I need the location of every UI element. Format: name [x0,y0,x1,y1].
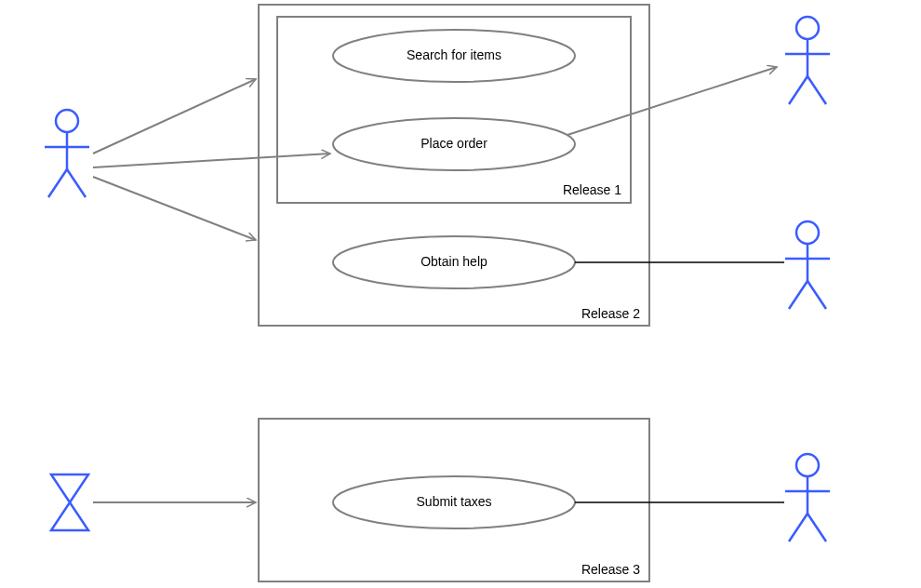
svg-point-7 [56,110,78,132]
svg-point-12 [796,17,819,39]
svg-line-25 [789,514,808,541]
svg-line-20 [789,281,808,309]
usecase-submit-taxes-label: Submit taxes [417,494,492,509]
svg-line-26 [808,514,826,541]
svg-line-21 [808,281,826,309]
release-1-label: Release 1 [563,182,621,197]
actor-top-right [785,17,830,104]
svg-point-22 [796,454,819,476]
usecase-place-order-label: Place order [420,136,487,151]
usecase-obtain-help-label: Obtain help [420,254,487,269]
svg-line-11 [67,169,86,197]
release-2-label: Release 2 [581,306,640,321]
actor-time [51,474,88,530]
usecase-search-label: Search for items [407,47,501,62]
actor-middle-right [785,221,830,309]
release-3-label: Release 3 [581,562,640,577]
svg-point-17 [796,221,819,244]
usecase-submit-taxes: Submit taxes [333,476,575,528]
usecase-search: Search for items [333,30,575,82]
arrow-left-to-release1 [93,79,256,154]
arrow-left-to-place-order [93,154,330,167]
actor-bottom-right [785,454,830,541]
svg-line-16 [808,76,826,104]
arrow-place-order-to-actor [567,67,777,135]
svg-line-15 [789,76,808,104]
actor-left [45,110,89,197]
usecase-obtain-help: Obtain help [333,236,575,288]
arrow-left-to-release2 [93,177,256,240]
svg-line-10 [48,169,67,197]
usecase-place-order: Place order [333,118,575,170]
